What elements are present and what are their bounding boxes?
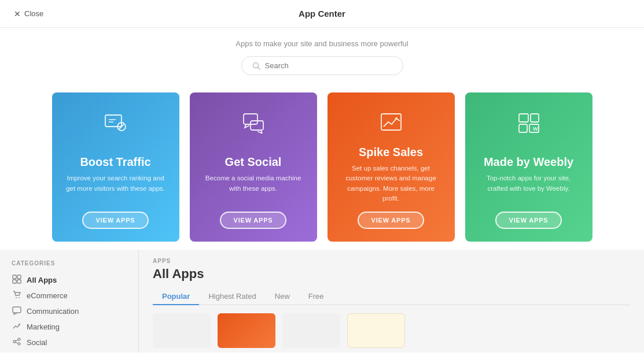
spike-sales-title: Spike Sales <box>359 146 423 159</box>
svg-rect-16 <box>13 275 16 279</box>
svg-text:W: W <box>533 126 538 132</box>
app-card-4[interactable] <box>347 313 405 348</box>
boost-traffic-content: Boost Traffic Improve your search rankin… <box>64 138 168 212</box>
page-title: App Center <box>299 9 345 18</box>
search-icon <box>252 62 260 70</box>
spike-sales-icon <box>380 109 402 138</box>
marketing-icon <box>12 321 22 332</box>
svg-point-24 <box>13 340 16 343</box>
communication-icon <box>12 306 22 317</box>
boost-traffic-icon <box>104 109 127 138</box>
get-social-view-button[interactable]: VIEW APPS <box>220 212 287 229</box>
get-social-content: Get Social Become a social media machine… <box>201 138 306 212</box>
svg-point-20 <box>16 297 17 298</box>
made-by-weebly-icon: W <box>518 109 540 138</box>
tabs-bar: PopularHighest RatedNewFree <box>153 288 630 305</box>
ecommerce-label: eCommerce <box>27 291 68 300</box>
boost-traffic-title: Boost Traffic <box>80 155 150 169</box>
svg-rect-12 <box>531 114 539 122</box>
svg-rect-18 <box>13 280 16 283</box>
bottom-section: CATEGORIES All Apps eCommerce Communicat… <box>0 250 644 353</box>
made-by-weebly-view-button[interactable]: VIEW APPS <box>495 212 562 229</box>
spike-sales-view-button[interactable]: VIEW APPS <box>358 212 425 229</box>
svg-point-21 <box>19 297 20 298</box>
svg-rect-22 <box>13 307 21 313</box>
svg-point-10 <box>395 117 398 120</box>
card-made-by-weebly[interactable]: W Made by Weebly Top-notch apps for your… <box>465 92 593 242</box>
social-label: Social <box>27 338 47 347</box>
all-apps-label: All Apps <box>27 276 57 284</box>
search-bar[interactable] <box>241 56 403 75</box>
sidebar: CATEGORIES All Apps eCommerce Communicat… <box>0 250 139 353</box>
spike-sales-content: Spike Sales Set up sales channels, get c… <box>339 138 443 212</box>
social-icon <box>12 337 22 348</box>
boost-traffic-desc: Improve your search ranking and get more… <box>64 173 168 194</box>
get-social-title: Get Social <box>225 155 282 169</box>
made-by-weebly-desc: Top-notch apps for your site, crafted wi… <box>477 173 581 194</box>
hero-section: Apps to make your site and business more… <box>0 28 644 84</box>
card-boost-traffic[interactable]: Boost Traffic Improve your search rankin… <box>52 92 179 242</box>
boost-traffic-view-button[interactable]: VIEW APPS <box>82 212 149 229</box>
communication-label: Communication <box>27 307 79 316</box>
sidebar-label: CATEGORIES <box>12 260 127 266</box>
app-card-1[interactable] <box>153 313 211 348</box>
made-by-weebly-title: Made by Weebly <box>484 155 573 169</box>
sidebar-item-ecommerce[interactable]: eCommerce <box>12 288 127 303</box>
all-apps-icon <box>12 275 22 286</box>
app-card-2[interactable] <box>218 313 275 348</box>
marketing-label: Marketing <box>27 323 60 331</box>
svg-rect-13 <box>519 124 527 132</box>
hero-subtitle: Apps to make your site and business more… <box>0 39 644 48</box>
made-by-weebly-content: Made by Weebly Top-notch apps for your s… <box>477 138 581 212</box>
card-get-social[interactable]: Get Social Become a social media machine… <box>190 92 317 242</box>
get-social-icon <box>242 109 264 138</box>
tab-popular[interactable]: Popular <box>153 288 199 305</box>
svg-line-26 <box>16 340 18 341</box>
sidebar-item-communication[interactable]: Communication <box>12 303 127 319</box>
ecommerce-icon <box>12 290 22 301</box>
sidebar-item-all-apps[interactable]: All Apps <box>12 272 127 288</box>
svg-rect-17 <box>17 275 21 279</box>
close-button[interactable]: ✕ Close <box>14 9 43 18</box>
svg-point-23 <box>18 338 20 340</box>
main-content: APPS All Apps PopularHighest RatedNewFre… <box>139 250 644 353</box>
sidebar-item-marketing[interactable]: Marketing <box>12 319 127 335</box>
svg-rect-19 <box>17 280 21 283</box>
svg-line-1 <box>257 67 260 69</box>
svg-rect-8 <box>251 121 263 130</box>
svg-point-25 <box>18 343 20 345</box>
svg-rect-2 <box>105 115 122 127</box>
close-label: Close <box>24 9 43 18</box>
svg-rect-9 <box>381 114 401 130</box>
spike-sales-desc: Set up sales channels, get customer revi… <box>339 164 443 203</box>
close-icon: ✕ <box>14 9 21 18</box>
tab-new[interactable]: New <box>266 288 299 305</box>
header: ✕ Close App Center <box>0 0 644 28</box>
tab-free[interactable]: Free <box>299 288 333 305</box>
tab-highest-rated[interactable]: Highest Rated <box>199 288 265 305</box>
card-spike-sales[interactable]: Spike Sales Set up sales channels, get c… <box>327 92 455 242</box>
category-cards: Boost Traffic Improve your search rankin… <box>0 84 644 250</box>
get-social-desc: Become a social media machine with these… <box>201 173 306 194</box>
apps-section-label: APPS <box>153 258 630 264</box>
app-cards-row <box>153 313 630 348</box>
sidebar-item-social[interactable]: Social <box>12 335 127 350</box>
svg-line-27 <box>16 342 18 343</box>
search-input[interactable] <box>265 61 392 70</box>
apps-title: All Apps <box>153 266 630 281</box>
svg-rect-11 <box>519 114 528 122</box>
app-card-3[interactable] <box>282 313 340 348</box>
